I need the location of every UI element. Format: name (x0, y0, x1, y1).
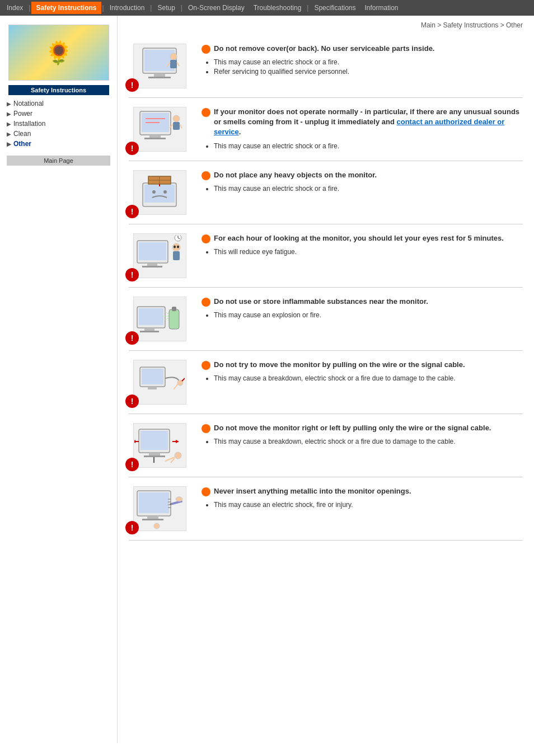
bullet-item: This will reduce eye fatigue. (214, 248, 523, 256)
orange-circle-icon (202, 234, 210, 243)
nav-index[interactable]: Index (2, 2, 27, 14)
instruction-text-3: Do not place any heavy objects on the mo… (202, 170, 523, 194)
instruction-section-4: ! For each hour of looking at the monito… (129, 224, 523, 288)
orange-circle-icon (202, 424, 210, 433)
nav-setup[interactable]: Setup (153, 2, 179, 14)
bullet-item: This may cause an electric shock or a fi… (214, 185, 523, 192)
svg-rect-47 (142, 369, 163, 384)
bullet-item: This may cause an electric shock or a fi… (214, 58, 523, 66)
svg-rect-40 (140, 331, 159, 332)
orange-circle-icon (202, 298, 210, 307)
arrow-icon: ▶ (7, 121, 11, 127)
instruction-title-2: If your monitor does not operate normall… (202, 107, 523, 138)
instruction-section-3: ! Do not place any heavy objects on the … (129, 161, 523, 224)
instruction-text-5: Do not use or store inflammable substanc… (202, 297, 523, 321)
nav-troubleshooting[interactable]: Troubleshooting (249, 2, 306, 14)
nav-specifications[interactable]: Specifications (310, 2, 360, 14)
arrow-icon: ▶ (7, 111, 11, 117)
svg-rect-5 (170, 60, 177, 68)
svg-line-51 (182, 378, 185, 381)
dealer-link[interactable]: contact an authorized dealer or service (214, 118, 504, 136)
svg-rect-53 (140, 431, 168, 450)
instruction-bullets-6: This may cause a breakdown, electric sho… (202, 374, 523, 382)
instruction-bullets-7: This may cause a breakdown, electric sho… (202, 438, 523, 445)
instruction-section-6: ! Do not try to move the monitor by pull… (129, 351, 523, 414)
orange-circle-icon (202, 487, 210, 496)
svg-rect-27 (139, 242, 166, 260)
bullet-item: This may cause an electric shock or a fi… (214, 142, 523, 150)
instruction-bullets-5: This may cause an explosion or fire. (202, 311, 523, 319)
nav-introduction[interactable]: Introduction (105, 2, 149, 14)
instruction-text-7: Do not move the monitor right or left by… (202, 423, 523, 447)
instruction-bullets-2: This may cause an electric shock or a fi… (202, 142, 523, 150)
nav-sep-5: | (306, 4, 310, 12)
svg-point-32 (174, 245, 176, 248)
bullet-item: This may cause an explosion or fire. (214, 311, 523, 319)
instruction-bullets-1: This may cause an electric shock or a fi… (202, 58, 523, 76)
svg-rect-54 (149, 453, 160, 456)
breadcrumb: Main > Safety Instructions > Other (129, 21, 523, 29)
orange-circle-icon (202, 45, 210, 54)
instruction-title-8: Never insert anything metallic into the … (202, 486, 523, 496)
svg-rect-38 (139, 308, 163, 325)
instruction-title-4: For each hour of looking at the monitor,… (202, 233, 523, 243)
svg-marker-63 (176, 440, 179, 443)
svg-point-57 (175, 452, 181, 459)
svg-rect-31 (173, 251, 180, 260)
nav-sep-3: | (149, 4, 153, 12)
sidebar-item-notational[interactable]: ▶ Notational (7, 98, 110, 109)
instruction-image-3: ! (129, 170, 190, 215)
instruction-image-5: ! (129, 297, 190, 341)
svg-rect-65 (139, 492, 169, 513)
svg-point-75 (154, 523, 160, 529)
instruction-text-8: Never insert anything metallic into the … (202, 486, 523, 510)
instruction-image-1: ! (129, 44, 190, 88)
svg-rect-10 (149, 135, 161, 138)
svg-point-74 (176, 497, 182, 501)
instruction-section-1: ! Do not remove cover(or back). No user … (129, 35, 523, 98)
sidebar-item-other[interactable]: ▶ Other (7, 139, 110, 149)
sidebar-item-installation[interactable]: ▶ Installation (7, 119, 110, 129)
svg-line-43 (165, 312, 169, 314)
instruction-title-1: Do not remove cover(or back). No user se… (202, 44, 523, 54)
instruction-text-2: If your monitor does not operate normall… (202, 107, 523, 152)
illustration-3 (133, 170, 186, 215)
warning-badge-2: ! (125, 142, 139, 155)
bullet-item: This may cause a breakdown, electric sho… (214, 374, 523, 382)
instruction-heading-1: Do not remove cover(or back). No user se… (214, 44, 434, 54)
svg-rect-41 (169, 309, 179, 329)
svg-rect-15 (173, 122, 180, 130)
instruction-heading-4: For each hour of looking at the monitor,… (214, 233, 504, 243)
illustration-5 (133, 297, 186, 341)
svg-rect-28 (147, 263, 157, 266)
main-content: Main > Safety Instructions > Other (118, 16, 534, 743)
illustration-1 (133, 44, 186, 88)
main-page-button[interactable]: Main Page (7, 156, 110, 166)
instruction-image-4: ! (129, 233, 190, 278)
svg-point-4 (170, 53, 177, 60)
instruction-section-2: ! If your monitor does not operate norma… (129, 98, 523, 161)
svg-rect-29 (142, 266, 162, 267)
nav-information[interactable]: Information (360, 2, 402, 14)
svg-rect-1 (144, 50, 175, 71)
nav-safety-instructions[interactable]: Safety Instructions (31, 2, 101, 14)
instruction-title-5: Do not use or store inflammable substanc… (202, 297, 523, 307)
arrow-icon: ▶ (7, 131, 11, 137)
warning-badge-8: ! (125, 521, 139, 534)
instruction-bullets-8: This may cause an electric shock, fire o… (202, 501, 523, 509)
svg-rect-39 (144, 328, 154, 331)
orange-circle-icon (202, 361, 210, 370)
instruction-heading-8: Never insert anything metallic into the … (214, 486, 411, 496)
illustration-4 (133, 233, 186, 278)
nav-on-screen-display[interactable]: On-Screen Display (184, 2, 249, 14)
svg-rect-55 (144, 456, 165, 457)
warning-badge-1: ! (125, 78, 139, 92)
sidebar-item-clean[interactable]: ▶ Clean (7, 129, 110, 139)
main-wrapper: Safety Instructions ▶ Notational ▶ Power… (0, 16, 534, 743)
svg-rect-2 (154, 73, 165, 77)
sidebar-item-power[interactable]: ▶ Power (7, 109, 110, 119)
sidebar-nav: ▶ Notational ▶ Power ▶ Installation ▶ Cl… (0, 95, 117, 152)
orange-circle-icon (202, 108, 210, 117)
illustration-2 (133, 107, 186, 152)
nav-sep-4: | (180, 4, 184, 12)
